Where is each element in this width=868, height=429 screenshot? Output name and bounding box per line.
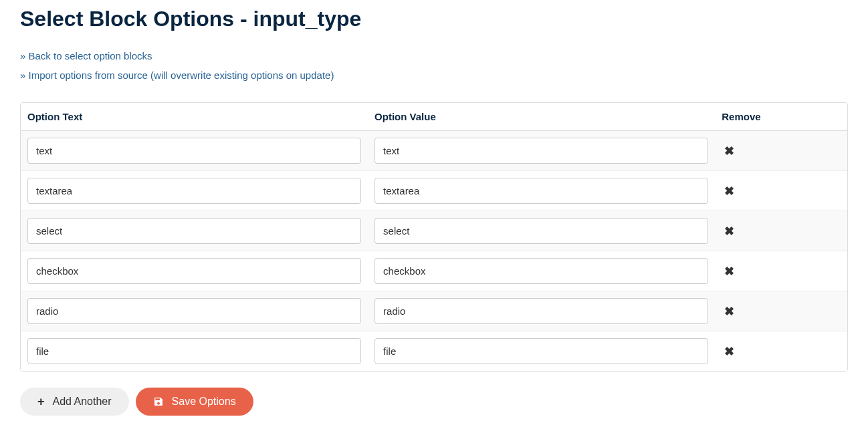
option-text-input[interactable] xyxy=(27,178,361,204)
close-icon[interactable]: ✖ xyxy=(722,182,737,200)
close-icon[interactable]: ✖ xyxy=(722,142,737,160)
close-icon[interactable]: ✖ xyxy=(722,303,737,320)
add-another-label: Add Another xyxy=(53,396,112,408)
save-options-button[interactable]: Save Options xyxy=(136,388,253,416)
page-title: Select Block Options - input_type xyxy=(20,7,848,31)
option-text-input[interactable] xyxy=(27,258,361,284)
close-icon[interactable]: ✖ xyxy=(722,263,737,280)
table-row: ✖ xyxy=(21,291,847,331)
option-text-input[interactable] xyxy=(27,218,361,244)
table-row: ✖ xyxy=(21,251,847,291)
header-option-value: Option Value xyxy=(368,103,715,131)
option-value-input[interactable] xyxy=(374,258,708,284)
table-row: ✖ xyxy=(21,131,847,171)
add-another-button[interactable]: + Add Another xyxy=(20,388,129,416)
save-icon xyxy=(153,396,164,407)
option-value-input[interactable] xyxy=(374,138,708,164)
option-value-input[interactable] xyxy=(374,298,708,324)
action-bar: + Add Another Save Options xyxy=(20,388,848,416)
table-row: ✖ xyxy=(21,171,847,211)
option-text-input[interactable] xyxy=(27,338,361,364)
options-table-wrap: Option Text Option Value Remove ✖✖✖✖✖✖ xyxy=(20,102,848,372)
header-option-text: Option Text xyxy=(21,103,368,131)
options-table: Option Text Option Value Remove ✖✖✖✖✖✖ xyxy=(21,103,847,371)
table-row: ✖ xyxy=(21,211,847,251)
option-value-input[interactable] xyxy=(374,338,708,364)
back-link[interactable]: » Back to select option blocks xyxy=(20,50,848,61)
table-row: ✖ xyxy=(21,331,847,372)
close-icon[interactable]: ✖ xyxy=(722,223,737,240)
option-value-input[interactable] xyxy=(374,178,708,204)
plus-icon: + xyxy=(37,396,45,408)
option-text-input[interactable] xyxy=(27,138,361,164)
header-remove: Remove xyxy=(715,103,847,131)
close-icon[interactable]: ✖ xyxy=(722,343,737,360)
import-link[interactable]: » Import options from source (will overw… xyxy=(20,69,848,81)
save-options-label: Save Options xyxy=(172,396,236,408)
option-text-input[interactable] xyxy=(27,298,361,324)
option-value-input[interactable] xyxy=(374,218,708,244)
